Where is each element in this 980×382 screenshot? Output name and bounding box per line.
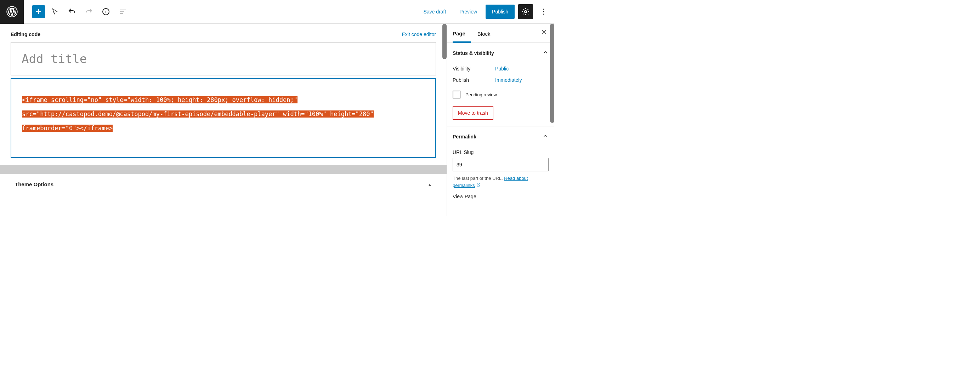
undo-icon [68,8,76,16]
list-icon [119,8,127,16]
editing-code-label: Editing code [11,32,40,37]
pending-review-checkbox[interactable] [453,90,460,98]
redo-icon [85,8,93,16]
code-textarea[interactable]: <iframe scrolling="no" style="width: 100… [11,78,436,158]
info-icon [102,8,110,16]
permalink-panel: Permalink URL Slug The last part of the … [447,127,554,206]
app-root: Save draft Preview Publish [0,0,554,216]
visibility-label: Visibility [453,66,495,71]
save-draft-button[interactable]: Save draft [418,5,451,18]
toolbar-right-group: Save draft Preview Publish [418,4,554,19]
title-input[interactable] [11,42,436,75]
editor-body: <iframe scrolling="no" style="width: 100… [0,42,447,158]
status-visibility-body: Visibility Public Publish Immediately Pe… [453,57,549,120]
kebab-icon [539,8,548,16]
svg-point-3 [543,9,544,10]
outline-button[interactable] [116,5,130,19]
pending-review-label: Pending review [465,92,497,97]
wordpress-icon [6,6,18,17]
url-slug-label: URL Slug [453,149,549,155]
close-sidebar-button[interactable] [539,28,549,39]
publish-button[interactable]: Publish [485,5,515,19]
permalink-header[interactable]: Permalink [453,133,549,140]
caret-up-icon: ▲ [428,182,432,187]
visibility-value[interactable]: Public [495,66,509,71]
tools-button[interactable] [48,5,62,19]
sidebar-scrollbar[interactable] [550,24,554,123]
visibility-row: Visibility Public [453,63,549,74]
gear-icon [521,8,530,16]
toolbar-left-group [24,5,130,19]
theme-options-panel[interactable]: Theme Options ▲ [0,174,447,194]
pending-review-row: Pending review [453,86,549,103]
editor-scrollbar[interactable] [442,24,447,59]
move-to-trash-button[interactable]: Move to trash [453,106,493,120]
permalink-title: Permalink [453,134,476,139]
redo-button[interactable] [82,5,96,19]
wordpress-logo[interactable] [0,0,24,24]
exit-code-editor-button[interactable]: Exit code editor [402,32,436,37]
status-visibility-title: Status & visibility [453,50,494,56]
status-visibility-panel: Status & visibility Visibility Public Pu… [447,43,554,127]
preview-button[interactable]: Preview [454,5,482,18]
tab-page[interactable]: Page [453,24,471,43]
permalink-body: URL Slug The last part of the URL. Read … [453,140,549,199]
close-icon [541,29,547,35]
view-page-label: View Page [453,193,549,199]
chevron-up-icon [542,133,549,140]
editor-header: Editing code Exit code editor [0,24,447,42]
separator-bar [0,165,447,174]
svg-point-2 [525,11,527,13]
help-text-prefix: The last part of the URL. [453,176,504,181]
undo-button[interactable] [65,5,79,19]
settings-sidebar: Page Block Status & visibility [447,24,554,216]
code-selection: <iframe scrolling="no" style="width: 100… [22,96,374,132]
tab-block[interactable]: Block [477,24,496,42]
add-block-button[interactable] [32,5,45,18]
svg-point-5 [543,14,544,15]
more-options-button[interactable] [536,5,551,19]
chevron-up-icon [542,49,549,57]
top-toolbar: Save draft Preview Publish [0,0,554,24]
editor-column: Editing code Exit code editor <iframe sc… [0,24,447,216]
cursor-icon [51,8,59,16]
main-area: Editing code Exit code editor <iframe sc… [0,24,554,216]
url-slug-input[interactable] [453,158,549,171]
external-link-icon [476,182,480,189]
publish-value[interactable]: Immediately [495,77,522,83]
theme-options-label: Theme Options [15,181,54,187]
publish-label: Publish [453,77,495,83]
settings-button[interactable] [518,4,533,19]
status-visibility-header[interactable]: Status & visibility [453,49,549,57]
permalink-help-text: The last part of the URL. Read about per… [453,175,549,189]
sidebar-tabs: Page Block [447,24,554,43]
publish-row: Publish Immediately [453,74,549,86]
plus-icon [34,8,43,16]
info-button[interactable] [99,5,113,19]
svg-point-4 [543,11,544,13]
